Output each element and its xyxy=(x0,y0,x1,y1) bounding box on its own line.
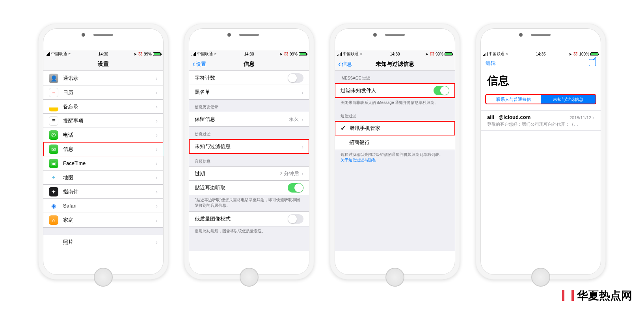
row-filter-unknown-sender[interactable]: 过滤未知发件人 xyxy=(335,83,455,98)
photos-icon: ❀ xyxy=(49,237,58,247)
chevron-right-icon: › xyxy=(302,116,303,123)
row-messages[interactable]: ✉信息› xyxy=(43,142,163,156)
row-tencent[interactable]: ✓腾讯手机管家 xyxy=(335,121,455,135)
home-button[interactable] xyxy=(94,268,113,287)
notes-icon xyxy=(49,102,58,111)
home-button[interactable] xyxy=(531,268,550,287)
status-bar: 中国联通ᯤ 14:30 ➤⏰99% xyxy=(335,50,455,57)
low-quality-switch[interactable] xyxy=(288,214,303,224)
section-header: 信息过滤 xyxy=(189,127,309,139)
message-date: 2018/11/12 › xyxy=(570,114,594,120)
chevron-right-icon: › xyxy=(156,132,158,138)
nav-bar: 编辑 xyxy=(481,57,601,69)
location-icon: ➤ xyxy=(279,52,283,56)
raise-listen-switch[interactable] xyxy=(288,183,303,193)
tab-contacts[interactable]: 联系人与普通短信 xyxy=(486,95,541,104)
calendar-icon: ▬ xyxy=(49,88,58,97)
chevron-right-icon: › xyxy=(156,117,158,124)
row-low-quality[interactable]: 低质量图像模式 xyxy=(189,212,309,226)
location-icon: ➤ xyxy=(569,52,572,56)
row-reminders[interactable]: ☰提醒事项› xyxy=(43,114,163,128)
facetime-icon: ▣ xyxy=(49,159,58,168)
status-bar: 中国联通ᯤ 14:35 ➤⏰100% xyxy=(481,50,601,57)
privacy-link[interactable]: 关于短信过滤与隐私 xyxy=(341,158,376,162)
chevron-right-icon: › xyxy=(302,170,303,177)
page-title: 信息 xyxy=(481,69,601,92)
status-bar: 中国联通ᯤ 14:30 ➤⏰99% xyxy=(43,50,163,57)
home-button[interactable] xyxy=(385,268,404,287)
row-photos[interactable]: ❀照片› xyxy=(43,235,163,249)
nav-bar: 信息 未知与过滤信息 xyxy=(335,57,455,71)
phone-4: 中国联通ᯤ 14:35 ➤⏰100% 编辑 信息 联系人与普通短信 未知与过滤信… xyxy=(476,24,606,280)
row-keep-messages[interactable]: 保留信息永久› xyxy=(189,112,309,126)
back-button[interactable]: 信息 xyxy=(338,61,352,68)
row-home[interactable]: ⌂家庭› xyxy=(43,213,163,227)
home-button[interactable] xyxy=(240,268,259,287)
char-count-switch[interactable] xyxy=(288,73,303,83)
chevron-right-icon: › xyxy=(156,202,158,209)
wifi-icon: ᯤ xyxy=(214,52,218,56)
location-icon: ➤ xyxy=(425,52,428,56)
section-footer: 关闭来自非联系人的 iMessage 通知并将信息单独归类。 xyxy=(335,98,455,109)
row-calendar[interactable]: ▬日历› xyxy=(43,85,163,100)
section-header: IMESSAGE 过滤 xyxy=(335,71,455,83)
battery-pct: 99% xyxy=(144,52,152,56)
row-contacts[interactable]: 👤通讯录› xyxy=(43,71,163,85)
chevron-right-icon: › xyxy=(156,103,158,110)
row-blacklist[interactable]: 黑名单› xyxy=(189,85,309,99)
message-row[interactable]: alll @icloud.com 2018/11/12 › 尊敬的客户您好：我们… xyxy=(481,110,601,131)
row-safari[interactable]: ◉Safari› xyxy=(43,199,163,213)
section-header: 短信过滤 xyxy=(335,109,455,121)
chevron-right-icon: › xyxy=(156,174,158,181)
compose-button[interactable] xyxy=(589,59,596,68)
alarm-icon: ⏰ xyxy=(284,52,288,56)
row-cmb[interactable]: 招商银行 xyxy=(335,135,455,150)
chevron-right-icon: › xyxy=(156,75,158,82)
row-expire[interactable]: 过期2 分钟后› xyxy=(189,167,309,181)
home-icon: ⌂ xyxy=(49,215,58,225)
maps-icon: ⌖ xyxy=(49,173,58,182)
chevron-right-icon: › xyxy=(156,217,158,224)
wifi-icon: ᯤ xyxy=(506,52,510,56)
nav-bar: 设置 信息 xyxy=(189,57,309,71)
row-maps[interactable]: ⌖地图› xyxy=(43,170,163,185)
chevron-right-icon: › xyxy=(156,239,158,245)
phone-3: 中国联通ᯤ 14:30 ➤⏰99% 信息 未知与过滤信息 IMESSAGE 过滤… xyxy=(330,24,460,280)
message-preview: 尊敬的客户您好：我们公司现可向外代开：（… xyxy=(487,121,594,127)
chevron-right-icon: › xyxy=(302,143,303,150)
row-camera[interactable]: 📷相机› xyxy=(43,249,163,251)
location-icon: ➤ xyxy=(134,52,137,56)
reminders-icon: ☰ xyxy=(49,116,58,126)
row-raise-to-listen[interactable]: 贴近耳边听取 xyxy=(189,181,309,195)
messages-icon: ✉ xyxy=(49,145,58,154)
chevron-right-icon: › xyxy=(156,188,158,195)
section-header: 音频信息 xyxy=(189,154,309,166)
chevron-right-icon: › xyxy=(156,160,158,167)
row-notes[interactable]: 备忘录› xyxy=(43,100,163,114)
phone-icon: ✆ xyxy=(49,130,58,140)
filter-unknown-switch[interactable] xyxy=(434,86,449,95)
alarm-icon: ⏰ xyxy=(138,52,143,56)
row-filter-unknown[interactable]: 未知与过滤信息› xyxy=(189,139,309,154)
back-button[interactable]: 设置 xyxy=(192,61,206,68)
chevron-right-icon: › xyxy=(302,89,303,96)
row-phone[interactable]: ✆电话› xyxy=(43,128,163,142)
phone-2: 中国联通ᯤ 14:30 ➤⏰99% 设置 信息 字符计数 黑名单› 信息历史记录… xyxy=(184,24,314,280)
section-header: 信息历史记录 xyxy=(189,100,309,112)
nav-bar: 设置 xyxy=(43,57,163,71)
alarm-icon: ⏰ xyxy=(430,52,434,56)
compass-icon: ✦ xyxy=(49,187,58,196)
row-char-count[interactable]: 字符计数 xyxy=(189,71,309,85)
chevron-right-icon: › xyxy=(592,114,594,120)
wifi-icon: ᯤ xyxy=(360,52,364,56)
edit-button[interactable]: 编辑 xyxy=(486,60,496,67)
section-footer: "贴近耳边听取"使您只需将电话举至耳边，即可快速听取和回复收到的音频信息。 xyxy=(189,195,309,211)
phone-1: 中国联通ᯤ 14:30 ➤⏰99% 设置 👤通讯录› ▬日历› 备忘录› ☰提醒… xyxy=(38,24,168,280)
row-compass[interactable]: ✦指南针› xyxy=(43,185,163,199)
watermark-text: 华夏热点网 xyxy=(577,288,632,303)
carrier: 中国联通 xyxy=(51,51,67,57)
section-footer: 启用此功能后，图像将以较低质量发送。 xyxy=(189,226,309,237)
tab-filtered[interactable]: 未知与过滤信息 xyxy=(541,95,596,104)
row-facetime[interactable]: ▣FaceTime› xyxy=(43,156,163,170)
chevron-right-icon: › xyxy=(156,146,158,152)
